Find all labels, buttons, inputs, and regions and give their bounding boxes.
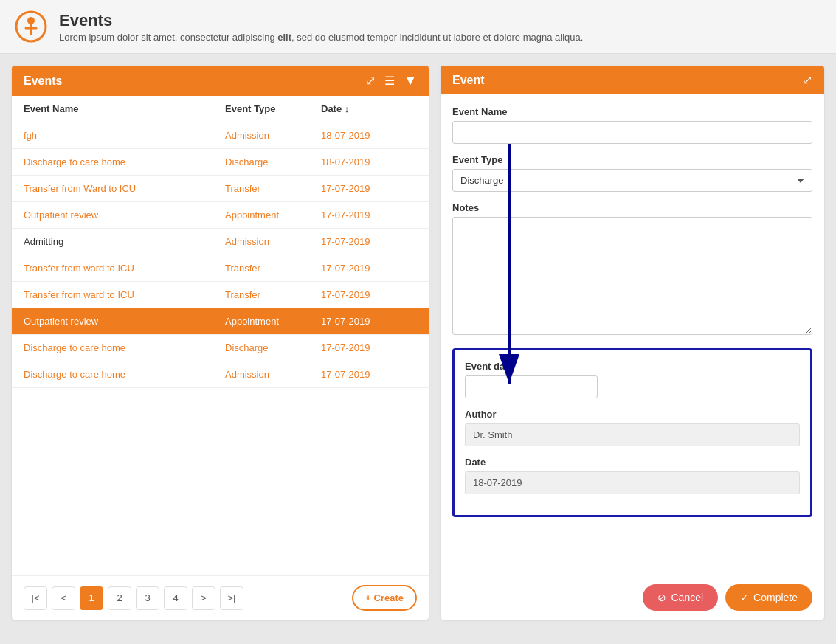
event-detail-panel: Event ⤢ Event Name Event Type Admission … — [441, 66, 824, 620]
notes-textarea[interactable] — [452, 217, 812, 335]
event-type-cell: Transfer — [225, 183, 321, 194]
prev-page-button[interactable]: < — [52, 586, 75, 610]
event-type-cell: Transfer — [225, 263, 321, 274]
last-page-button[interactable]: >| — [220, 586, 243, 610]
event-date-input[interactable] — [465, 375, 598, 398]
event-name-label: Event Name — [452, 106, 812, 117]
events-panel-actions: ⤢ ☰ ▼ — [366, 73, 417, 89]
event-date-cell: 17-07-2019 — [321, 183, 417, 194]
event-name-group: Event Name — [452, 106, 812, 144]
highlighted-fields-section: Event date Author Date — [452, 348, 812, 517]
events-panel-title: Events — [24, 75, 62, 88]
next-page-button[interactable]: > — [192, 586, 215, 610]
event-type-cell: Admission — [225, 369, 321, 380]
events-panel-header: Events ⤢ ☰ ▼ — [12, 66, 429, 96]
event-name-cell: Discharge to care home — [24, 156, 225, 167]
event-type-cell: Admission — [225, 130, 321, 141]
col-event-name: Event Name — [24, 103, 225, 114]
event-type-cell: Admission — [225, 236, 321, 247]
author-input — [465, 423, 800, 446]
event-date-label: Event date — [465, 361, 800, 372]
event-date-cell: 17-07-2019 — [321, 236, 417, 247]
app-logo — [15, 10, 47, 43]
page-1-button[interactable]: 1 — [80, 586, 103, 610]
event-type-label: Event Type — [452, 154, 812, 165]
events-table: fgh Admission 18-07-2019 Discharge to ca… — [12, 122, 429, 575]
event-form: Event Name Event Type Admission Discharg… — [441, 94, 824, 575]
event-name-cell: Transfer from Ward to ICU — [24, 183, 225, 194]
cancel-label: Cancel — [671, 592, 703, 603]
notes-group: Notes — [452, 202, 812, 338]
event-type-select[interactable]: Admission Discharge Transfer Appointment — [452, 169, 812, 192]
first-page-button[interactable]: |< — [24, 586, 47, 610]
list-icon[interactable]: ☰ — [384, 74, 395, 88]
filter-icon[interactable]: ▼ — [404, 73, 417, 89]
table-row[interactable]: Discharge to care home Discharge 18-07-2… — [12, 149, 429, 176]
col-event-type: Event Type — [225, 103, 321, 114]
event-name-cell: Outpatient review — [24, 210, 225, 221]
expand-icon[interactable]: ⤢ — [366, 74, 376, 88]
event-type-group: Event Type Admission Discharge Transfer … — [452, 154, 812, 192]
page-3-button[interactable]: 3 — [136, 586, 159, 610]
main-content: Events ⤢ ☰ ▼ Event Name Event Type Date … — [0, 54, 836, 631]
app-header: Events Lorem ipsum dolor sit amet, conse… — [0, 0, 836, 54]
event-date-cell: 17-07-2019 — [321, 342, 417, 353]
create-event-button[interactable]: + Create — [352, 585, 417, 611]
table-row[interactable]: Outpatient review Appointment 17-07-2019 — [12, 202, 429, 229]
page-title: Events — [59, 11, 583, 30]
table-row[interactable]: Discharge to care home Discharge 17-07-2… — [12, 335, 429, 361]
table-row[interactable]: fgh Admission 18-07-2019 — [12, 122, 429, 149]
event-type-cell: Discharge — [225, 342, 321, 353]
expand-right-icon[interactable]: ⤢ — [803, 73, 812, 87]
event-name-cell: Discharge to care home — [24, 369, 225, 380]
table-row[interactable]: Transfer from ward to ICU Transfer 17-07… — [12, 282, 429, 308]
event-type-cell: Discharge — [225, 156, 321, 167]
author-label: Author — [465, 409, 800, 420]
event-date-cell: 17-07-2019 — [321, 289, 417, 300]
header-text-block: Events Lorem ipsum dolor sit amet, conse… — [59, 11, 583, 43]
event-date-cell: 18-07-2019 — [321, 156, 417, 167]
form-actions: ⊘ Cancel ✓ Complete — [441, 575, 824, 620]
cancel-button[interactable]: ⊘ Cancel — [643, 584, 718, 611]
event-name-cell: Transfer from ward to ICU — [24, 263, 225, 274]
col-date: Date ↓ — [321, 103, 417, 114]
table-row[interactable]: Admitting Admission 17-07-2019 — [12, 229, 429, 255]
event-name-cell: Discharge to care home — [24, 342, 225, 353]
table-row-active[interactable]: Outpatient review Appointment 17-07-2019 — [12, 308, 429, 335]
event-type-cell: Transfer — [225, 289, 321, 300]
page-description: Lorem ipsum dolor sit amet, consectetur … — [59, 32, 583, 43]
page-2-button[interactable]: 2 — [108, 586, 131, 610]
event-date-cell: 17-07-2019 — [321, 369, 417, 380]
table-header: Event Name Event Type Date ↓ — [12, 96, 429, 122]
date-input — [465, 471, 800, 494]
complete-icon: ✓ — [740, 592, 749, 603]
event-name-cell: fgh — [24, 130, 225, 141]
event-name-cell: Transfer from ward to ICU — [24, 289, 225, 300]
pagination: |< < 1 2 3 4 > >| + Create — [12, 575, 429, 620]
notes-label: Notes — [452, 202, 812, 213]
event-name-cell: Outpatient review — [24, 316, 225, 327]
event-name-cell: Admitting — [24, 236, 225, 247]
event-date-group: Event date — [465, 361, 800, 398]
table-row[interactable]: Transfer from Ward to ICU Transfer 17-07… — [12, 176, 429, 202]
event-date-cell: 17-07-2019 — [321, 210, 417, 221]
page-4-button[interactable]: 4 — [164, 586, 187, 610]
cancel-icon: ⊘ — [657, 592, 666, 603]
complete-label: Complete — [753, 592, 798, 603]
event-name-input[interactable] — [452, 121, 812, 144]
event-panel-title: Event — [452, 74, 485, 87]
table-row[interactable]: Discharge to care home Admission 17-07-2… — [12, 361, 429, 388]
date-group: Date — [465, 457, 800, 494]
event-type-cell: Appointment — [225, 316, 321, 327]
event-date-cell: 18-07-2019 — [321, 130, 417, 141]
date-label: Date — [465, 457, 800, 468]
event-date-cell: 17-07-2019 — [321, 316, 417, 327]
event-date-cell: 17-07-2019 — [321, 263, 417, 274]
table-row[interactable]: Transfer from ward to ICU Transfer 17-07… — [12, 255, 429, 282]
event-type-cell: Appointment — [225, 210, 321, 221]
events-panel: Events ⤢ ☰ ▼ Event Name Event Type Date … — [12, 66, 429, 620]
complete-button[interactable]: ✓ Complete — [725, 584, 812, 611]
author-group: Author — [465, 409, 800, 446]
event-panel-header: Event ⤢ — [441, 66, 824, 94]
